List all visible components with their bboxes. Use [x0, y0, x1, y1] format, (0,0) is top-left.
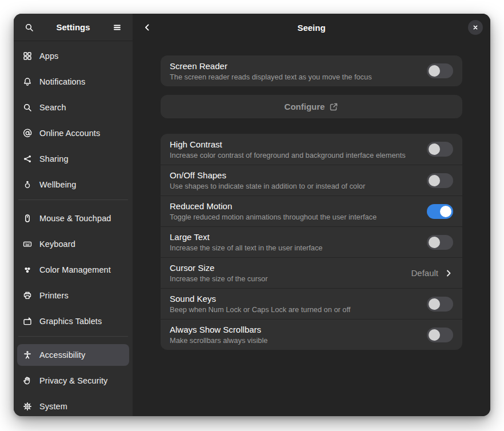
switch-knob	[440, 206, 451, 217]
sharing-icon	[23, 154, 32, 163]
gear-icon	[23, 402, 32, 411]
row-subtitle: Increase the size of all text in the use…	[170, 243, 420, 253]
main-panel: Seeing Screen Reader The screen reader r…	[133, 14, 490, 416]
row-title: High Contrast	[170, 138, 420, 150]
sidebar-item-apps[interactable]: Apps	[17, 45, 129, 67]
row-subtitle: Use shapes to indicate state in addition…	[170, 181, 420, 191]
sidebar-item-label: Accessibility	[39, 350, 85, 360]
row-text: Sound Keys Beep when Num Lock or Caps Lo…	[170, 293, 427, 315]
sidebar-item-label: Printers	[39, 291, 69, 300]
sidebar-item-label: Keyboard	[39, 240, 75, 249]
row-title: Sound Keys	[170, 293, 420, 305]
row-text: Screen Reader The screen reader reads di…	[170, 60, 427, 82]
sidebar-item-sharing[interactable]: Sharing	[17, 148, 129, 170]
settings-row-high-contrast: High Contrast Increase color contrast of…	[161, 134, 462, 165]
accessibility-icon	[23, 350, 32, 360]
settings-row-large-text: Large Text Increase the size of all text…	[161, 226, 462, 257]
external-link-icon	[329, 102, 338, 111]
sidebar-item-online-accounts[interactable]: Online Accounts	[17, 122, 129, 144]
switch-knob	[429, 143, 440, 155]
sidebar-item-label: Apps	[39, 51, 58, 61]
sidebar-item-label: Color Management	[39, 265, 111, 274]
sidebar-item-label: Graphics Tablets	[39, 317, 102, 326]
hand-icon	[23, 376, 32, 385]
toggle-switch[interactable]	[427, 328, 453, 342]
sidebar-item-accessibility[interactable]: Accessibility	[17, 344, 129, 366]
settings-row-cursor-size[interactable]: Cursor Size Increase the size of the cur…	[161, 257, 462, 288]
hamburger-menu-icon	[113, 23, 122, 32]
row-title: Screen Reader	[170, 60, 420, 72]
sidebar-item-search[interactable]: Search	[17, 97, 129, 118]
row-subtitle: Increase color contrast of foreground an…	[170, 150, 420, 161]
sidebar-item-privacy-security[interactable]: Privacy & Security	[17, 370, 129, 392]
settings-row-screen-reader: Screen Reader The screen reader reads di…	[161, 55, 462, 86]
sidebar-item-color-management[interactable]: Color Management	[17, 259, 129, 281]
seeing-content: Screen Reader The screen reader reads di…	[133, 41, 490, 350]
online-accounts-icon	[23, 129, 32, 138]
row-title: Large Text	[170, 231, 420, 243]
configure-button[interactable]: Configure	[161, 95, 462, 118]
sidebar-item-label: Sharing	[39, 154, 69, 163]
row-subtitle: Beep when Num Lock or Caps Lock are turn…	[170, 305, 420, 315]
toggle-switch[interactable]	[427, 142, 453, 157]
sidebar-item-wellbeing[interactable]: Wellbeing	[17, 174, 129, 195]
row-title: Cursor Size	[170, 262, 404, 274]
configure-label: Configure	[285, 102, 325, 111]
toggle-switch[interactable]	[427, 173, 453, 188]
row-subtitle: Make scrollbars always visible	[170, 336, 420, 346]
printer-icon	[23, 291, 32, 300]
sidebar-item-notifications[interactable]: Notifications	[17, 71, 129, 93]
toggle-switch[interactable]	[427, 235, 453, 250]
switch-knob	[429, 175, 440, 186]
seeing-settings-group: High Contrast Increase color contrast of…	[161, 134, 462, 350]
sidebar-item-system[interactable]: System	[17, 396, 129, 416]
sidebar-title: Settings	[39, 22, 107, 32]
toggle-switch[interactable]	[427, 204, 453, 219]
row-title: On/Off Shapes	[170, 169, 420, 181]
switch-knob	[429, 329, 440, 341]
row-text: Large Text Increase the size of all text…	[170, 231, 427, 253]
sidebar-item-label: Notifications	[39, 77, 85, 86]
row-text: Reduced Motion Toggle reduced motion ani…	[170, 200, 427, 222]
search-icon	[25, 23, 34, 32]
row-subtitle: Toggle reduced motion animations through…	[170, 212, 420, 222]
row-text: Cursor Size Increase the size of the cur…	[170, 262, 411, 284]
sidebar-item-label: Mouse & Touchpad	[39, 214, 111, 223]
back-button[interactable]	[138, 18, 157, 37]
notifications-icon	[23, 77, 32, 86]
toggle-switch[interactable]	[427, 63, 453, 78]
search-icon	[23, 103, 32, 112]
sidebar-item-label: Privacy & Security	[39, 376, 107, 385]
apps-icon	[23, 51, 32, 61]
row-value: Default	[411, 268, 438, 278]
sidebar-item-mouse-touchpad[interactable]: Mouse & Touchpad	[17, 207, 129, 229]
row-text: Always Show Scrollbars Make scrollbars a…	[170, 324, 427, 346]
close-button[interactable]	[468, 20, 483, 35]
settings-row-always-show-scrollbars: Always Show Scrollbars Make scrollbars a…	[161, 319, 462, 350]
settings-row-on-off-shapes: On/Off Shapes Use shapes to indicate sta…	[161, 165, 462, 195]
main-header: Seeing	[133, 14, 490, 41]
page-title: Seeing	[297, 23, 325, 33]
color-management-icon	[23, 265, 32, 274]
graphics-tablet-icon	[23, 317, 32, 326]
sidebar-item-graphics-tablets[interactable]: Graphics Tablets	[17, 310, 129, 332]
sidebar-item-printers[interactable]: Printers	[17, 285, 129, 306]
sidebar-nav: Apps Notifications Search Online Account…	[14, 41, 133, 416]
close-icon	[471, 23, 479, 31]
toggle-switch[interactable]	[427, 297, 453, 312]
keyboard-icon	[23, 240, 32, 249]
sidebar-item-keyboard[interactable]: Keyboard	[17, 233, 129, 255]
mouse-icon	[23, 214, 32, 223]
row-subtitle: Increase the size of the cursor	[170, 274, 404, 284]
settings-row-sound-keys: Sound Keys Beep when Num Lock or Caps Lo…	[161, 288, 462, 319]
sidebar-divider	[18, 336, 128, 337]
sidebar-divider	[18, 199, 128, 200]
main-menu-button[interactable]	[107, 18, 127, 37]
row-title: Reduced Motion	[170, 200, 420, 212]
row-title: Always Show Scrollbars	[170, 324, 420, 336]
search-button[interactable]	[19, 18, 39, 37]
settings-row-reduced-motion: Reduced Motion Toggle reduced motion ani…	[161, 195, 462, 226]
switch-knob	[429, 298, 440, 310]
chevron-right-icon	[444, 269, 453, 278]
chevron-left-icon	[143, 23, 152, 32]
